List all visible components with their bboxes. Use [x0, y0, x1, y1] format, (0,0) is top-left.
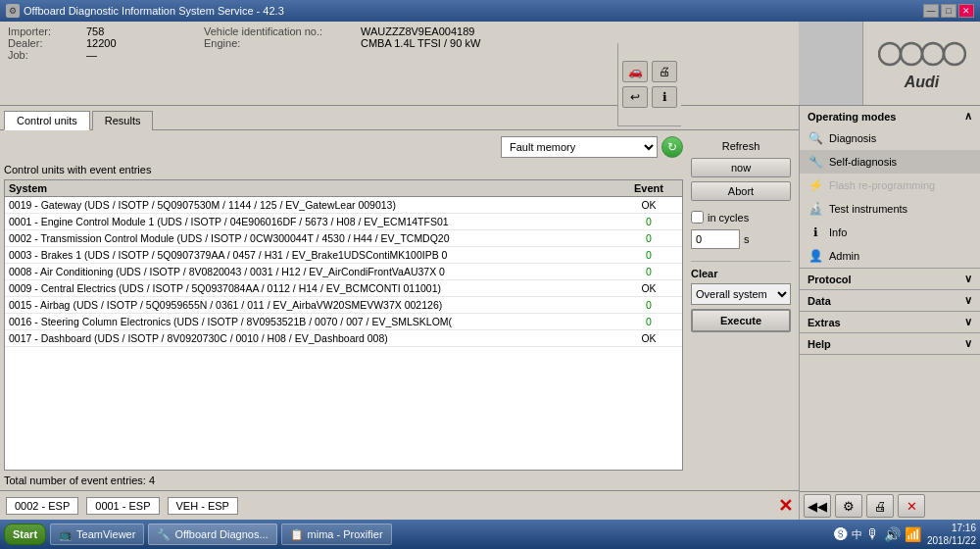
- table-row[interactable]: 0003 - Brakes 1 (UDS / ISOTP / 5Q0907379…: [5, 247, 682, 264]
- refresh-green-button[interactable]: ↻: [662, 136, 683, 158]
- sidebar-item-flash-reprogramming: ⚡ Flash re-programming: [800, 174, 980, 197]
- sidebar-item-info[interactable]: ℹ Info: [800, 221, 980, 244]
- clear-label: Clear: [691, 268, 791, 279]
- nav-back-button[interactable]: ◀◀: [804, 494, 831, 518]
- nav-settings-button[interactable]: ⚙: [835, 494, 862, 518]
- table-cell-event: 0: [619, 266, 678, 277]
- total-events-label: Total number of event entries: 4: [4, 474, 683, 486]
- data-header[interactable]: Data ∨: [800, 290, 980, 311]
- status-item-2: VEH - ESP: [168, 497, 238, 515]
- svg-point-0: [879, 43, 901, 65]
- table-row[interactable]: 0016 - Steering Column Electronics (UDS …: [5, 314, 682, 330]
- diagnosis-icon: 🔍: [808, 130, 823, 146]
- fault-memory-select[interactable]: Fault memory: [501, 136, 658, 158]
- start-button[interactable]: Start: [4, 524, 46, 545]
- mima-label: mima - Proxifier: [308, 528, 383, 540]
- lang-tray: 中: [852, 527, 862, 542]
- svg-point-3: [944, 43, 965, 65]
- tab-results[interactable]: Results: [92, 111, 154, 130]
- info-icon-btn[interactable]: ℹ: [652, 86, 677, 108]
- close-button[interactable]: ✕: [958, 4, 974, 18]
- nav-close-button[interactable]: ✕: [898, 494, 925, 518]
- print-icon-btn[interactable]: 🖨: [652, 61, 677, 82]
- sidebar-label-admin: Admin: [829, 250, 859, 262]
- toolbar-icons: 🚗 🖨 ↩ ℹ: [617, 43, 681, 126]
- maximize-button[interactable]: □: [941, 4, 956, 18]
- table-row[interactable]: 0002 - Transmission Control Module (UDS …: [5, 230, 682, 247]
- protocol-header[interactable]: Protocol ∨: [800, 269, 980, 289]
- table-cell-system: 0009 - Central Electrics (UDS / ISOTP / …: [9, 282, 619, 294]
- extras-label: Extras: [808, 317, 841, 328]
- s-tray-icon: 🅢: [834, 526, 848, 542]
- teamviewer-label: TeamViewer: [76, 528, 135, 540]
- sidebar-label-info: Info: [829, 226, 847, 238]
- title-bar: ⚙ Offboard Diagnostic Information System…: [0, 0, 980, 22]
- status-item-1: 0001 - ESP: [86, 497, 159, 515]
- status-item-0: 0002 - ESP: [6, 497, 78, 515]
- svg-point-1: [901, 43, 922, 65]
- tab-control-units[interactable]: Control units: [4, 111, 90, 130]
- overall-system-select[interactable]: Overall system: [691, 283, 791, 305]
- table-cell-event: OK: [619, 332, 678, 344]
- table-row[interactable]: 0017 - Dashboard (UDS / ISOTP / 8V092073…: [5, 330, 682, 347]
- audi-rings-icon: [878, 36, 966, 72]
- dealer-label: Dealer:: [8, 37, 86, 49]
- now-button[interactable]: now: [691, 158, 791, 177]
- engine-value: CMBA 1.4L TFSI / 90 kW: [361, 37, 791, 49]
- table-row[interactable]: 0019 - Gateway (UDS / ISOTP / 5Q0907530M…: [5, 197, 682, 214]
- table-row[interactable]: 0009 - Central Electrics (UDS / ISOTP / …: [5, 280, 682, 297]
- help-label: Help: [808, 338, 831, 350]
- table-row[interactable]: 0008 - Air Conditioning (UDS / ISOTP / 8…: [5, 264, 682, 280]
- operating-modes-header[interactable]: Operating modes ∧: [800, 106, 980, 126]
- car-icon-btn[interactable]: 🚗: [622, 61, 648, 82]
- sidebar-item-admin[interactable]: 👤 Admin: [800, 244, 980, 268]
- in-cycles-label: in cycles: [708, 212, 749, 224]
- operating-modes-label: Operating modes: [808, 111, 896, 123]
- nav-print-button[interactable]: 🖨: [866, 494, 894, 518]
- table-cell-system: 0015 - Airbag (UDS / ISOTP / 5Q0959655N …: [9, 299, 619, 311]
- arrow-icon-btn[interactable]: ↩: [622, 86, 648, 108]
- svg-point-2: [922, 43, 944, 65]
- execute-button[interactable]: Execute: [691, 309, 791, 332]
- data-collapse-icon: ∨: [964, 294, 972, 307]
- mima-icon: 📋: [290, 527, 304, 541]
- table-cell-event: 0: [619, 249, 678, 261]
- brand-logo-area: Audi: [862, 22, 980, 105]
- table-row[interactable]: 0015 - Airbag (UDS / ISOTP / 5Q0959655N …: [5, 297, 682, 314]
- refresh-label: Refresh: [691, 140, 791, 152]
- window-controls: — □ ✕: [923, 4, 974, 18]
- sidebar-item-test-instruments[interactable]: 🔬 Test instruments: [800, 197, 980, 221]
- info-icon: ℹ: [808, 225, 823, 240]
- extras-header[interactable]: Extras ∨: [800, 312, 980, 332]
- clock-date: 2018/11/22: [927, 534, 976, 547]
- status-bar: 0002 - ESP 0001 - ESP VEH - ESP ✕: [0, 490, 799, 520]
- table-cell-event: 0: [619, 232, 678, 244]
- offboard-label: Offboard Diagnos...: [174, 528, 268, 540]
- control-units-scroll[interactable]: 0019 - Gateway (UDS / ISOTP / 5Q0907530M…: [5, 197, 682, 470]
- table-cell-system: 0019 - Gateway (UDS / ISOTP / 5Q0907530M…: [9, 199, 619, 211]
- table-cell-system: 0001 - Engine Control Module 1 (UDS / IS…: [9, 216, 619, 227]
- table-row[interactable]: 0001 - Engine Control Module 1 (UDS / IS…: [5, 214, 682, 230]
- right-sidebar: Operating modes ∧ 🔍 Diagnosis 🔧 Self-dia…: [799, 106, 980, 520]
- vehicle-value: WAUZZZ8V9EA004189: [361, 25, 791, 37]
- cycles-input[interactable]: [691, 229, 740, 249]
- sidebar-item-self-diagnosis[interactable]: 🔧 Self-diagnosis: [800, 150, 980, 174]
- col-header-system: System: [9, 182, 619, 194]
- taskbar-item-offboard[interactable]: 🔧 Offboard Diagnos...: [148, 524, 276, 545]
- abort-button[interactable]: Abort: [691, 181, 791, 201]
- sidebar-label-flash-reprogramming: Flash re-programming: [829, 179, 935, 191]
- taskbar-item-mima[interactable]: 📋 mima - Proxifier: [281, 524, 392, 545]
- table-cell-system: 0017 - Dashboard (UDS / ISOTP / 8V092073…: [9, 332, 619, 344]
- protocol-collapse-icon: ∨: [964, 273, 972, 285]
- app-icon: ⚙: [6, 4, 20, 18]
- help-header[interactable]: Help ∨: [800, 333, 980, 354]
- table-cell-event: OK: [619, 199, 678, 211]
- teamviewer-icon: 📺: [59, 527, 73, 541]
- minimize-button[interactable]: —: [923, 4, 939, 18]
- taskbar-item-teamviewer[interactable]: 📺 TeamViewer: [50, 524, 144, 545]
- sidebar-item-diagnosis[interactable]: 🔍 Diagnosis: [800, 126, 980, 150]
- flash-reprogramming-icon: ⚡: [808, 177, 823, 193]
- importer-value: 758: [86, 25, 204, 37]
- in-cycles-checkbox[interactable]: [691, 211, 704, 224]
- table-cell-event: 0: [619, 316, 678, 327]
